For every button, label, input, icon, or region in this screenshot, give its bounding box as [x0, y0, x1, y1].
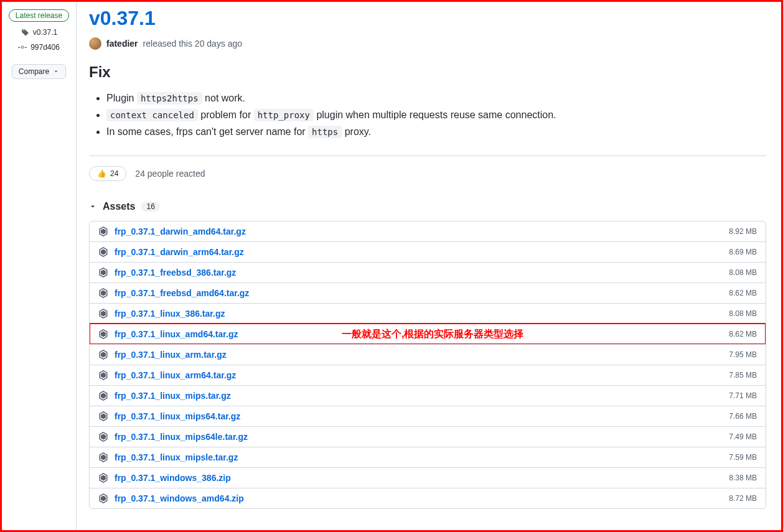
release-note-item: context canceled problem for http_proxy …	[106, 106, 766, 123]
assets-toggle[interactable]: Assets 16	[89, 201, 766, 212]
asset-row: frp_0.37.1_linux_mips.tar.gz7.71 MB	[90, 385, 766, 406]
asset-link[interactable]: frp_0.37.1_linux_mips64.tar.gz	[115, 411, 240, 421]
asset-row: frp_0.37.1_linux_amd64.tar.gz8.62 MB一般就是…	[90, 324, 766, 344]
asset-link[interactable]: frp_0.37.1_windows_386.zip	[115, 473, 231, 483]
package-icon	[98, 268, 108, 278]
asset-link[interactable]: frp_0.37.1_windows_amd64.zip	[115, 493, 244, 503]
notes-heading: Fix	[89, 63, 766, 81]
asset-link[interactable]: frp_0.37.1_darwin_amd64.tar.gz	[115, 226, 246, 236]
tag-icon	[21, 28, 29, 37]
asset-link[interactable]: frp_0.37.1_darwin_arm64.tar.gz	[115, 247, 244, 257]
asset-row: frp_0.37.1_freebsd_386.tar.gz8.08 MB	[90, 262, 766, 282]
package-icon	[98, 247, 108, 257]
package-icon	[98, 432, 108, 442]
annotation-text: 一般就是这个,根据的实际服务器类型选择	[342, 327, 523, 340]
asset-size: 7.95 MB	[729, 350, 757, 359]
asset-size: 7.71 MB	[729, 391, 757, 400]
latest-release-badge: Latest release	[9, 9, 69, 22]
inline-code: https2https	[137, 92, 202, 105]
asset-size: 8.92 MB	[729, 227, 757, 236]
reaction-thumbsup[interactable]: 👍 24	[89, 166, 126, 181]
asset-row: frp_0.37.1_linux_mips64le.tar.gz7.49 MB	[90, 426, 766, 447]
asset-link[interactable]: frp_0.37.1_linux_386.tar.gz	[115, 309, 225, 319]
inline-code: https	[308, 126, 342, 138]
asset-size: 7.49 MB	[729, 432, 757, 441]
asset-link[interactable]: frp_0.37.1_linux_mips.tar.gz	[115, 391, 231, 401]
package-icon	[98, 370, 108, 380]
asset-row: frp_0.37.1_windows_amd64.zip8.72 MB	[90, 488, 766, 508]
asset-row: frp_0.37.1_linux_mips64.tar.gz7.66 MB	[90, 406, 766, 426]
release-byline: fatedier released this 20 days ago	[89, 37, 766, 50]
asset-row: frp_0.37.1_linux_386.tar.gz8.08 MB	[90, 303, 766, 324]
package-icon	[98, 329, 108, 339]
package-icon	[98, 452, 108, 462]
commit-row[interactable]: 997d406	[18, 43, 60, 52]
section-divider	[89, 156, 766, 156]
tag-row[interactable]: v0.37.1	[21, 28, 57, 37]
inline-code: context canceled	[106, 109, 198, 121]
asset-row: frp_0.37.1_linux_arm64.tar.gz7.85 MB	[90, 365, 766, 385]
release-author[interactable]: fatedier	[106, 39, 138, 49]
asset-link[interactable]: frp_0.37.1_linux_arm64.tar.gz	[115, 370, 236, 380]
asset-row: frp_0.37.1_windows_386.zip8.38 MB	[90, 467, 766, 488]
asset-size: 8.62 MB	[729, 289, 757, 297]
assets-list: frp_0.37.1_darwin_amd64.tar.gz8.92 MBfrp…	[89, 221, 766, 509]
asset-row: frp_0.37.1_darwin_amd64.tar.gz8.92 MB	[90, 222, 766, 241]
package-icon	[98, 391, 108, 401]
package-icon	[98, 493, 108, 503]
release-title[interactable]: v0.37.1	[89, 7, 766, 30]
asset-link[interactable]: frp_0.37.1_linux_mips64le.tar.gz	[115, 432, 248, 442]
reaction-row: 👍 24 24 people reacted	[89, 166, 766, 181]
asset-row: frp_0.37.1_linux_arm.tar.gz7.95 MB	[90, 344, 766, 365]
asset-row: frp_0.37.1_freebsd_amd64.tar.gz8.62 MB	[90, 282, 766, 303]
thumbsup-icon: 👍	[97, 169, 106, 178]
asset-size: 8.38 MB	[729, 474, 757, 482]
release-note-item: In some cases, frps can't get server nam…	[106, 123, 766, 140]
assets-label: Assets	[103, 201, 135, 212]
caret-down-icon	[53, 68, 59, 75]
asset-size: 8.08 MB	[729, 268, 757, 277]
asset-size: 8.72 MB	[729, 494, 757, 503]
package-icon	[98, 226, 108, 236]
package-icon	[98, 309, 108, 319]
asset-size: 7.85 MB	[729, 371, 757, 380]
tag-name: v0.37.1	[33, 28, 57, 37]
reaction-summary: 24 people reacted	[135, 169, 205, 179]
compare-label: Compare	[19, 67, 49, 76]
compare-button[interactable]: Compare	[12, 64, 66, 79]
asset-size: 8.08 MB	[729, 309, 757, 318]
release-notes-list: Plugin https2https not work.context canc…	[89, 90, 766, 141]
caret-down-icon	[89, 203, 96, 210]
release-main: v0.37.1 fatedier released this 20 days a…	[77, 2, 781, 530]
asset-size: 8.69 MB	[729, 248, 757, 256]
asset-row: frp_0.37.1_darwin_arm64.tar.gz8.69 MB	[90, 241, 766, 262]
commit-sha: 997d406	[30, 43, 60, 52]
asset-link[interactable]: frp_0.37.1_freebsd_386.tar.gz	[115, 268, 236, 278]
asset-link[interactable]: frp_0.37.1_linux_amd64.tar.gz	[115, 329, 238, 339]
package-icon	[98, 350, 108, 360]
asset-size: 8.62 MB	[729, 330, 757, 338]
package-icon	[98, 473, 108, 483]
package-icon	[98, 288, 108, 298]
release-sidebar: Latest release v0.37.1 997d406 Compare	[2, 2, 77, 530]
asset-size: 7.59 MB	[729, 453, 757, 462]
inline-code: http_proxy	[254, 109, 314, 121]
reaction-count: 24	[110, 169, 118, 178]
release-note-item: Plugin https2https not work.	[106, 90, 766, 106]
package-icon	[98, 411, 108, 421]
asset-row: frp_0.37.1_linux_mipsle.tar.gz7.59 MB	[90, 447, 766, 467]
asset-link[interactable]: frp_0.37.1_linux_mipsle.tar.gz	[115, 452, 238, 462]
assets-count-badge: 16	[141, 202, 159, 212]
asset-link[interactable]: frp_0.37.1_linux_arm.tar.gz	[115, 350, 227, 360]
avatar[interactable]	[89, 37, 101, 50]
asset-link[interactable]: frp_0.37.1_freebsd_amd64.tar.gz	[115, 288, 249, 298]
commit-icon	[18, 43, 27, 52]
asset-size: 7.66 MB	[729, 412, 757, 421]
release-date-text: released this 20 days ago	[143, 39, 243, 49]
